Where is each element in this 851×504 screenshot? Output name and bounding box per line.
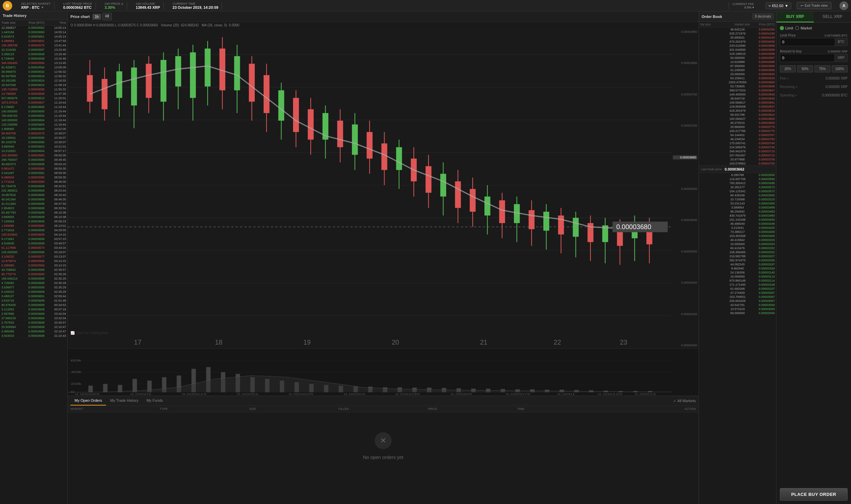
- order-book-bid-row[interactable]: 216.582788 0.00003207: [699, 254, 776, 258]
- trade-history-row[interactable]: 2.771619 0.00003608 04:29:55: [0, 228, 67, 233]
- order-book-ask-row[interactable]: 14.620888 0.00003996: [699, 60, 776, 64]
- place-buy-order-button[interactable]: PLACE BUY ORDER: [780, 488, 848, 501]
- trade-history-row[interactable]: 13.796909 0.00003608 11:47:26: [0, 92, 67, 96]
- order-book-bid-row[interactable]: 80.436338 0.00003550: [699, 193, 776, 197]
- trade-history-row[interactable]: 1872.87018 0.00003607 11:19:44: [0, 101, 67, 105]
- trade-history-row[interactable]: 16.947048 0.00003624 11:58:19: [0, 83, 67, 87]
- order-book-bid-row[interactable]: 153.709551 0.00003097: [699, 295, 776, 299]
- market-selector[interactable]: XRP - BTC ▼: [21, 5, 51, 10]
- trade-history-row[interactable]: 49.682373 0.00003608 09:04:15: [0, 162, 67, 166]
- trade-history-row[interactable]: 90.103378 0.00003690 10:39:07: [0, 140, 67, 145]
- order-book-ask-row[interactable]: 41.245000 0.00003958: [699, 68, 776, 72]
- order-book-ask-row[interactable]: 431.044565 0.00003999: [699, 48, 776, 52]
- order-book-ask-row[interactable]: 30.680501 0.00004100: [699, 36, 776, 40]
- trade-history-row[interactable]: 50.597958 0.00003624 12:56:32: [0, 74, 67, 78]
- order-book-bid-row[interactable]: 430.741979 0.00003480: [699, 214, 776, 218]
- trade-history-row[interactable]: 40.041364 0.00003608 06:46:00: [0, 197, 67, 202]
- trade-history-row[interactable]: 27.565233 0.00003669 23:42:04: [0, 316, 67, 321]
- order-book-ask-row[interactable]: 218.198515 0.00003998: [699, 52, 776, 56]
- fee-value[interactable]: 0.5% ▾: [745, 6, 754, 9]
- trade-history-row[interactable]: 2.767633 0.00003608 22:40:57: [0, 321, 67, 325]
- order-book-bid-row[interactable]: 33.231143 0.00003300: [699, 201, 776, 205]
- trade-history-row[interactable]: 90.779774 0.00003580 02:35:29: [0, 272, 67, 276]
- trade-history-row[interactable]: 4.516630 0.00003608 03:49:57: [0, 241, 67, 246]
- trade-history-row[interactable]: 3.112052 0.00003608 00:07:18: [0, 307, 67, 312]
- order-book-ask-row[interactable]: 224.585976 0.00003730: [699, 145, 776, 149]
- order-book-ask-row[interactable]: 53.730905 0.00003848: [699, 84, 776, 88]
- order-book-bid-row[interactable]: 8.962940 0.00003184: [699, 266, 776, 270]
- timeframe-1h[interactable]: 1h: [92, 14, 101, 20]
- trade-history-row[interactable]: 298.750047 0.00003590 09:39:45: [0, 158, 67, 162]
- order-book-ask-row[interactable]: 33.977888 0.00003708: [699, 157, 776, 161]
- trade-history-row[interactable]: 527.860676 0.00003610 11:20:01: [0, 96, 67, 101]
- trade-history-row[interactable]: 195.646214 0.00003608 02:35:29: [0, 276, 67, 281]
- order-book-ask-row[interactable]: 46.234534 0.00003750: [699, 137, 776, 141]
- order-book-bid-row[interactable]: 158.369465 0.00003252: [699, 250, 776, 254]
- order-book-bid-row[interactable]: 16.281277 0.00003573: [699, 185, 776, 189]
- order-book-bid-row[interactable]: 10.000000 0.00003114: [699, 274, 776, 278]
- order-book-bid-row[interactable]: 73.386217 0.00003400: [699, 230, 776, 234]
- sell-tab[interactable]: SELL XRP: [814, 12, 851, 22]
- order-book-ask-row[interactable]: 129.859008 0.00003837: [699, 105, 776, 109]
- order-book-bid-row[interactable]: 43.542791 0.00003094: [699, 303, 776, 307]
- trade-history-row[interactable]: 0.286990 0.00003569 03:14:15: [0, 263, 67, 268]
- trade-history-row[interactable]: 43.709642 0.00003599 02:35:57: [0, 268, 67, 272]
- trade-history-row[interactable]: 4.726092 0.00003608 02:35:29: [0, 281, 67, 285]
- trade-history-row[interactable]: 7.125554 0.00003608 05:58:23: [0, 219, 67, 224]
- trade-history-row[interactable]: 91.933971 0.00003594 13:06:09: [0, 65, 67, 70]
- order-book-bid-row[interactable]: 3.213431 0.00003425: [699, 226, 776, 230]
- logo[interactable]: B: [3, 1, 12, 11]
- trade-history-row[interactable]: 790.606763 0.00003604 11:19:44: [0, 114, 67, 118]
- order-book-bid-row[interactable]: 24.136306 0.00003140: [699, 270, 776, 274]
- trade-history-row[interactable]: 43.282285 0.00003624 12:16:55: [0, 78, 67, 83]
- trade-history-row[interactable]: 2.771619 0.00003580 08:46:00: [0, 180, 67, 184]
- trade-history-row[interactable]: 9.480034 0.00003580 08:59:35: [0, 175, 67, 180]
- trade-history-row[interactable]: 103.300000 0.00003580 09:50:05: [0, 153, 67, 158]
- tab-my-funds[interactable]: My Funds: [142, 396, 167, 406]
- trade-history-row[interactable]: 8.178665 0.00003606 11:19:44: [0, 105, 67, 109]
- order-book-ask-row[interactable]: 109.566817 0.00003841: [699, 101, 776, 105]
- user-avatar[interactable]: A: [839, 1, 848, 10]
- trade-history-row[interactable]: 138.710900 0.00003608 11:55:32: [0, 87, 67, 92]
- trade-history-row[interactable]: 4.288983 0.00003651 13:47:59: [0, 39, 67, 43]
- order-book-bid-row[interactable]: 40.415842 0.00003333: [699, 238, 776, 242]
- pct-50-button[interactable]: 50%: [797, 65, 813, 72]
- order-book-bid-row[interactable]: 47.274459 0.00003097: [699, 291, 776, 295]
- order-book-bid-row[interactable]: 3.589854 0.00003489: [699, 205, 776, 210]
- trade-history-row[interactable]: 12.873074 0.00003569 03:14:15: [0, 259, 67, 263]
- order-book-ask-row[interactable]: 474.261979 0.00004006: [699, 40, 776, 44]
- trade-history-row[interactable]: 16.857816 0.00003608 08:16:43: [0, 193, 67, 197]
- trade-history-row[interactable]: 5.581472 0.00003580 08:59:35: [0, 166, 67, 171]
- trade-history-row[interactable]: 3.503010 0.00003608 21:10:43: [0, 334, 67, 338]
- trade-history-row[interactable]: 3.858093 0.00003608 06:10:38: [0, 215, 67, 219]
- order-book-ask-row[interactable]: 58.031788 0.00003810: [699, 113, 776, 117]
- order-book-bid-row[interactable]: 153.453308 0.00003400: [699, 234, 776, 238]
- trade-history-row[interactable]: 99.906759 0.00003576 10:39:07: [0, 131, 67, 136]
- decimals-selector[interactable]: 8 decimals: [752, 14, 774, 19]
- trade-history-row[interactable]: 51.117656 0.00003573 03:43:16: [0, 246, 67, 250]
- trade-history-row[interactable]: 3.441497 0.00003581 08:59:35: [0, 171, 67, 175]
- trade-history-row[interactable]: 5.718645 0.00003648 13:16:46: [0, 56, 67, 61]
- order-book-bid-row[interactable]: 13.571619 0.00003093: [699, 307, 776, 311]
- order-book-bid-row[interactable]: 171.171493 0.00003108: [699, 283, 776, 287]
- trade-history-row[interactable]: 3.515716 0.00003608 01:51:48: [0, 299, 67, 303]
- exit-trade-button[interactable]: ↩ Exit Trade view: [797, 2, 831, 9]
- trade-history-row[interactable]: 3.536877 0.00003593 02:35:29: [0, 285, 67, 290]
- balance-display[interactable]: ≈ €52.60 ▼: [766, 2, 792, 9]
- order-book-ask-row[interactable]: 192.094027 0.00003809: [699, 117, 776, 121]
- trade-history-row[interactable]: 125.000000 0.00003596 03:19:07: [0, 250, 67, 254]
- trade-history-row[interactable]: 41.011364 0.00003608 06:37:50: [0, 202, 67, 206]
- order-book-bid-row[interactable]: 46.486049 0.00003448: [699, 222, 776, 226]
- trade-history-row[interactable]: 39.995870 0.00003632 12:56:32: [0, 70, 67, 74]
- trade-history-row[interactable]: 345.000400 0.00003584 13:13:45: [0, 61, 67, 65]
- tab-trade-history[interactable]: My Trade History: [106, 396, 142, 406]
- trade-history-row[interactable]: 2.954823 0.00003608 06:33:54: [0, 206, 67, 211]
- order-book-bid-row[interactable]: 60.413476 0.00003252: [699, 246, 776, 250]
- order-book-ask-row[interactable]: 243.078952 0.00003700: [699, 161, 776, 165]
- trade-history-row[interactable]: 133.230086 0.00003604 11:19:44: [0, 123, 67, 127]
- pct-100-button[interactable]: 100%: [832, 65, 848, 72]
- order-book-ask-row[interactable]: 20.000000 0.00003940: [699, 72, 776, 76]
- order-book-bid-row[interactable]: 44.082245 0.00003197: [699, 262, 776, 266]
- trade-history-row[interactable]: 3.498137 0.00003651 02:09:44: [0, 294, 67, 299]
- trade-history-row[interactable]: 3.860949 0.00003603 10:21:01: [0, 145, 67, 149]
